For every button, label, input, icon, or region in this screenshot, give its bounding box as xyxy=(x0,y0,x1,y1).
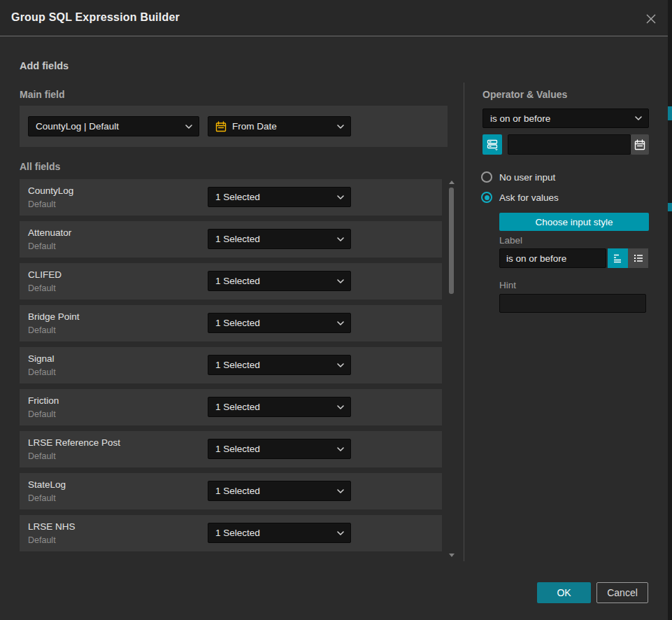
field-subtitle: Default xyxy=(28,241,56,251)
hint-input[interactable] xyxy=(499,294,646,313)
radio-no-user-input[interactable]: No user input xyxy=(481,171,555,183)
panel-divider xyxy=(464,83,464,561)
date-value-input[interactable] xyxy=(508,134,631,155)
scroll-up-arrow-icon[interactable] xyxy=(449,181,455,184)
field-values-select[interactable]: 1 Selected xyxy=(208,187,351,207)
input-type-button[interactable] xyxy=(482,134,502,155)
calendar-icon xyxy=(215,121,227,132)
field-values-select[interactable]: 1 Selected xyxy=(208,271,351,291)
operator-select[interactable]: is on or before xyxy=(482,108,649,128)
chevron-down-icon xyxy=(337,363,344,367)
field-row: StateLog Default 1 Selected xyxy=(20,473,442,509)
field-select-value: From Date xyxy=(232,121,277,132)
main-field-heading: Main field xyxy=(20,89,65,100)
field-subtitle: Default xyxy=(28,283,56,293)
chevron-down-icon xyxy=(337,279,344,283)
label-style-list-button[interactable] xyxy=(628,248,648,268)
field-values-select[interactable]: 1 Selected xyxy=(208,523,351,543)
field-row: CLIFED Default 1 Selected xyxy=(20,263,442,300)
field-row: Signal Default 1 Selected xyxy=(20,347,442,383)
label-style-single-button[interactable] xyxy=(608,248,628,268)
field-values-select[interactable]: 1 Selected xyxy=(208,313,351,333)
field-name: CountyLog xyxy=(28,185,73,196)
radio-ask-for-values[interactable]: Ask for values xyxy=(481,192,559,203)
field-subtitle: Default xyxy=(28,535,56,545)
field-row: LRSE NHS Default 1 Selected xyxy=(20,515,442,551)
radio-selected-icon xyxy=(481,192,492,203)
field-row: LRSE Reference Post Default 1 Selected xyxy=(20,431,442,467)
label-field-label: Label xyxy=(499,235,522,246)
chevron-down-icon xyxy=(185,125,192,129)
chevron-down-icon xyxy=(635,116,642,120)
background-page-edge xyxy=(668,0,672,620)
main-field-field-select[interactable]: From Date xyxy=(208,116,351,136)
field-values-select[interactable]: 1 Selected xyxy=(208,397,351,417)
field-name: LRSE Reference Post xyxy=(28,437,120,448)
field-row: Friction Default 1 Selected xyxy=(20,389,442,425)
date-picker-button[interactable] xyxy=(631,134,649,155)
field-subtitle: Default xyxy=(28,325,56,335)
hint-field-label: Hint xyxy=(499,280,516,290)
operator-values-heading: Operator & Values xyxy=(482,89,567,100)
input-type-icon xyxy=(487,139,499,150)
dialog-title: Group SQL Expression Builder xyxy=(11,11,180,24)
field-values-select[interactable]: 1 Selected xyxy=(208,481,351,501)
radio-circle-icon xyxy=(481,171,492,183)
calendar-icon xyxy=(634,139,645,150)
chevron-down-icon xyxy=(337,195,344,199)
all-fields-heading: All fields xyxy=(20,161,60,172)
chevron-down-icon xyxy=(337,447,344,451)
dialog-titlebar: Group SQL Expression Builder xyxy=(0,0,668,36)
align-left-icon xyxy=(613,253,624,264)
group-sql-expression-builder-dialog: Group SQL Expression Builder Add fields … xyxy=(0,0,668,620)
chevron-down-icon xyxy=(337,531,344,535)
background-fragment xyxy=(668,106,672,120)
field-name: CLIFED xyxy=(28,269,62,280)
field-subtitle: Default xyxy=(28,367,56,377)
field-subtitle: Default xyxy=(28,493,56,503)
field-name: Signal xyxy=(28,353,55,364)
fields-scrollbar[interactable] xyxy=(448,179,455,560)
chevron-down-icon xyxy=(337,237,344,241)
main-field-layer-select[interactable]: CountyLog | Default xyxy=(28,116,199,136)
add-fields-heading: Add fields xyxy=(20,60,69,71)
field-name: Bridge Point xyxy=(28,311,80,322)
close-button[interactable] xyxy=(644,12,658,26)
field-name: LRSE NHS xyxy=(28,521,76,532)
choose-input-style-button[interactable]: Choose input style xyxy=(499,213,649,231)
field-name: Friction xyxy=(28,395,59,406)
close-icon xyxy=(645,13,657,24)
cancel-button[interactable]: Cancel xyxy=(596,582,648,603)
layer-select-value: CountyLog | Default xyxy=(36,121,119,132)
field-values-select[interactable]: 1 Selected xyxy=(208,439,351,459)
label-input[interactable] xyxy=(499,248,606,268)
field-name: Attenuator xyxy=(28,227,71,238)
field-row: Attenuator Default 1 Selected xyxy=(20,221,442,258)
field-subtitle: Default xyxy=(28,409,56,419)
bullet-list-icon xyxy=(633,253,644,264)
chevron-down-icon xyxy=(337,405,344,409)
background-fragment xyxy=(668,203,672,211)
field-row: CountyLog Default 1 Selected xyxy=(20,179,442,216)
scroll-down-arrow-icon[interactable] xyxy=(449,554,455,557)
field-subtitle: Default xyxy=(28,199,56,209)
field-values-select[interactable]: 1 Selected xyxy=(208,229,351,249)
chevron-down-icon xyxy=(337,125,344,129)
chevron-down-icon xyxy=(337,489,344,493)
all-fields-list: CountyLog Default 1 Selected Attenuator … xyxy=(20,179,442,551)
field-subtitle: Default xyxy=(28,451,56,461)
chevron-down-icon xyxy=(337,321,344,325)
field-row: Bridge Point Default 1 Selected xyxy=(20,305,442,341)
field-values-select[interactable]: 1 Selected xyxy=(208,355,351,375)
scrollbar-thumb[interactable] xyxy=(449,188,454,294)
main-field-panel: CountyLog | Default From Date xyxy=(20,106,448,147)
field-name: StateLog xyxy=(28,479,66,490)
ok-button[interactable]: OK xyxy=(537,582,591,603)
